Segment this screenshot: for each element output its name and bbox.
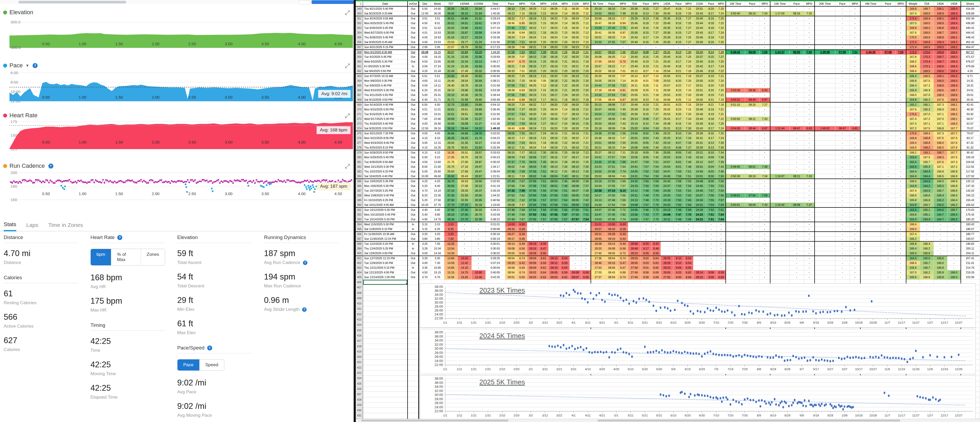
row-number[interactable]: 1: [356, 1, 363, 6]
row-number[interactable]: 389: [356, 198, 363, 203]
row-number[interactable]: 420: [356, 354, 363, 360]
row-number[interactable]: 363: [356, 73, 363, 79]
row-number[interactable]: 372: [356, 117, 363, 121]
chart-2023-5k-times[interactable]: 38:0036:0034:0032:0030:0028:0026:0024:00…: [420, 283, 976, 328]
row-number[interactable]: 426: [356, 386, 363, 392]
column-header[interactable]: MPH: [716, 1, 726, 6]
row-number[interactable]: 408: [356, 290, 363, 296]
column-header[interactable]: MPH: [539, 1, 548, 6]
column-header[interactable]: MPH: [895, 1, 906, 6]
column-header[interactable]: 7DA: [920, 1, 934, 6]
row-number[interactable]: 370: [356, 107, 363, 112]
row-number[interactable]: 379: [356, 150, 363, 155]
column-header[interactable]: Pace: [835, 1, 850, 6]
scrollbar-blue-segment[interactable]: [312, 0, 354, 4]
expand-icon[interactable]: ⤢: [345, 112, 350, 119]
column-header[interactable]: 10K Time: [726, 1, 745, 6]
row-number[interactable]: 429: [356, 402, 363, 408]
column-header[interactable]: 14DA: [660, 1, 673, 6]
row-number[interactable]: 382: [356, 165, 363, 169]
column-header[interactable]: 7DT: [444, 1, 458, 6]
column-header[interactable]: Date: [363, 1, 407, 6]
column-header[interactable]: Week: [431, 1, 444, 6]
row-number[interactable]: 421: [356, 360, 363, 365]
column-header[interactable]: MPH: [517, 1, 527, 6]
row-number[interactable]: 411: [356, 306, 363, 312]
help-icon[interactable]: ?: [33, 63, 38, 68]
scrollbar-thumb[interactable]: [598, 420, 900, 422]
segment-option[interactable]: Zones: [141, 249, 165, 265]
help-icon[interactable]: ?: [117, 235, 122, 240]
row-number[interactable]: 403: [356, 266, 363, 270]
row-number[interactable]: 381: [356, 160, 363, 165]
column-header[interactable]: Pace: [641, 1, 651, 6]
row-number[interactable]: 386: [356, 184, 363, 188]
row-number[interactable]: 415: [356, 328, 363, 333]
row-number[interactable]: 409: [356, 296, 363, 301]
row-number[interactable]: 359: [356, 55, 363, 59]
column-header[interactable]: 21DA: [693, 1, 706, 6]
row-number[interactable]: 387: [356, 188, 363, 193]
row-number[interactable]: 367: [356, 93, 363, 97]
row-number[interactable]: 417: [356, 338, 363, 344]
column-header[interactable]: Shoes: [961, 1, 979, 6]
column-header[interactable]: HM Time: [861, 1, 881, 6]
row-number[interactable]: 400: [356, 251, 363, 256]
selected-cell[interactable]: [363, 280, 407, 285]
row-number[interactable]: 351: [356, 16, 363, 21]
row-number[interactable]: 413: [356, 317, 363, 322]
row-number[interactable]: 399: [356, 246, 363, 251]
column-header[interactable]: MPH: [850, 1, 861, 6]
row-number[interactable]: 392: [356, 212, 363, 217]
expand-icon[interactable]: ⤢: [345, 62, 350, 69]
row-number[interactable]: 357: [356, 45, 363, 50]
row-number[interactable]: 349: [356, 6, 363, 11]
segment-option[interactable]: Speed: [199, 360, 224, 371]
help-icon[interactable]: ?: [303, 261, 307, 265]
column-header[interactable]: 5K Time: [591, 1, 605, 6]
row-number[interactable]: 406: [356, 280, 363, 285]
segment-option[interactable]: bpm: [91, 249, 111, 265]
column-header[interactable]: Pace: [673, 1, 684, 6]
row-number[interactable]: 419: [356, 349, 363, 354]
column-header[interactable]: 7DA: [527, 1, 539, 6]
row-number[interactable]: 360: [356, 59, 363, 64]
expand-icon[interactable]: ⤢: [345, 162, 350, 170]
column-header[interactable]: MPH: [581, 1, 591, 6]
row-number[interactable]: 422: [356, 365, 363, 370]
row-number[interactable]: 425: [356, 381, 363, 386]
segment-option[interactable]: % of Max: [111, 249, 141, 265]
chart-2025-5k-times[interactable]: 38:0036:0034:0032:0030:0028:0026:0024:00…: [420, 375, 976, 420]
column-header[interactable]: MPH: [759, 1, 770, 6]
column-header[interactable]: MPH: [560, 1, 570, 6]
row-number[interactable]: 407: [356, 285, 363, 290]
tab-time-in-zones[interactable]: Time in Zones: [48, 222, 83, 231]
row-number[interactable]: 405: [356, 275, 363, 280]
row-number[interactable]: 388: [356, 193, 363, 198]
chart-2024-5k-times[interactable]: 38:0036:0034:0032:0030:0028:0026:0024:00…: [420, 329, 976, 374]
row-number[interactable]: 369: [356, 102, 363, 107]
column-header[interactable]: 21DA: [570, 1, 581, 6]
column-header[interactable]: 20K Time: [815, 1, 835, 6]
sheet-horizontal-scrollbar[interactable]: [356, 419, 980, 422]
column-header[interactable]: 21DWA: [471, 1, 485, 6]
row-number[interactable]: 354: [356, 30, 363, 35]
tab-laps[interactable]: Laps: [26, 222, 38, 231]
row-number[interactable]: 423: [356, 371, 363, 376]
column-header[interactable]: Pace: [881, 1, 895, 6]
row-number[interactable]: 356: [356, 40, 363, 45]
row-number[interactable]: 391: [356, 207, 363, 212]
row-number[interactable]: 377: [356, 141, 363, 145]
chevron-down-icon[interactable]: ▼: [25, 64, 29, 68]
help-icon[interactable]: ?: [207, 346, 212, 350]
column-header[interactable]: MPH: [684, 1, 693, 6]
row-number[interactable]: 375: [356, 131, 363, 136]
row-number[interactable]: 395: [356, 227, 363, 232]
column-header[interactable]: MPH: [618, 1, 628, 6]
row-number[interactable]: 365: [356, 83, 363, 88]
row-number[interactable]: 398: [356, 241, 363, 246]
row-number[interactable]: 378: [356, 145, 363, 150]
row-number[interactable]: 350: [356, 11, 363, 16]
column-header[interactable]: Pace: [505, 1, 517, 6]
row-number[interactable]: 410: [356, 301, 363, 306]
